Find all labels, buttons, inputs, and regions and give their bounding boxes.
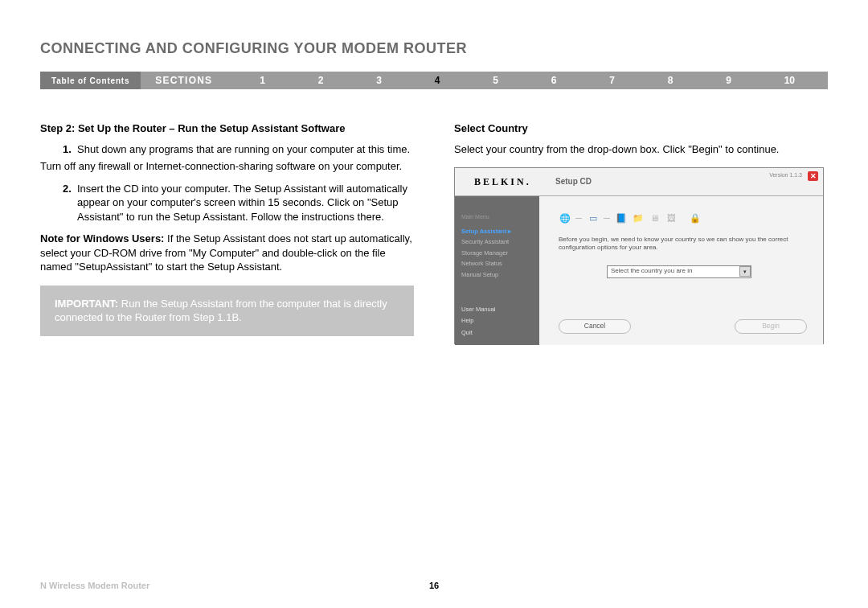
belkin-logo: BELKIN. [455,175,555,188]
sidebar-item-quit[interactable]: Quit [461,327,533,339]
step2-heading: Step 2: Set Up the Router – Run the Setu… [40,121,414,136]
sidebar-item-storage-manager[interactable]: Storage Manager [461,248,533,259]
version-label: Version 1.1.3 [769,171,802,179]
folder-icon: 📁 [632,212,644,224]
router-icon: ▭ [587,212,599,224]
step-1-number: 1. [63,142,77,157]
page-number: 16 [429,581,439,590]
sidebar-item-network-status[interactable]: Network Status [461,258,533,269]
sidebar-mainmenu-label: Main Menu [461,212,533,223]
setup-sidebar: Main Menu Setup Assistant ▸ Security Ass… [455,196,539,345]
dash-icon [604,218,610,219]
chevron-down-icon[interactable]: ▾ [739,266,751,277]
important-label: IMPORTANT: [55,298,118,310]
windows-note-label: Note for Windows Users: [40,232,164,244]
page-footer: N Wireless Modem Router 16 [40,581,828,590]
nav-section-5[interactable]: 5 [493,75,498,86]
begin-button[interactable]: Begin [735,319,807,334]
nav-section-4[interactable]: 4 [435,75,440,86]
monitor-icon: 🖥 [649,212,661,224]
footer-product-name: N Wireless Modem Router [40,581,149,590]
setup-cd-title: Setup CD [555,176,592,187]
nav-toc-link[interactable]: Table of Contents [40,72,141,89]
progress-icons: 🌐 ▭ 📘 📁 🖥 🖼 🔒 [559,212,807,224]
page-title: CONNECTING AND CONFIGURING YOUR MODEM RO… [40,40,828,57]
nav-section-8[interactable]: 8 [668,75,674,86]
close-icon[interactable]: ✕ [808,171,818,181]
nav-section-7[interactable]: 7 [609,75,615,86]
setup-message: Before you begin, we need to know your c… [559,236,800,253]
globe-icon: 🌐 [559,212,571,224]
nav-section-1[interactable]: 1 [260,75,265,86]
setup-main-panel: 🌐 ▭ 📘 📁 🖥 🖼 🔒 Before you begin, we need … [539,196,823,345]
sidebar-item-user-manual[interactable]: User Manual [461,304,533,315]
sidebar-item-setup-assistant[interactable]: Setup Assistant ▸ [461,226,533,237]
important-box: IMPORTANT: Run the Setup Assistant from … [40,286,414,336]
nav-section-9[interactable]: 9 [726,75,731,86]
cancel-button[interactable]: Cancel [559,319,631,334]
picture-icon: 🖼 [665,212,678,224]
nav-section-numbers: 1 2 3 4 5 6 7 8 9 10 [227,72,828,89]
select-country-heading: Select Country [454,121,828,136]
country-select-placeholder: Select the country you are in [611,267,692,276]
right-column: Select Country Select your country from … [454,121,828,344]
step-2-text: Insert the CD into your computer. The Se… [77,182,414,224]
lock-icon: 🔒 [689,212,701,224]
firewall-note: Turn off any firewall or Internet-connec… [40,159,414,174]
book-icon: 📘 [615,212,627,224]
setup-cd-screenshot: BELKIN. Setup CD Version 1.1.3 ✕ Main Me… [454,167,824,344]
nav-section-2[interactable]: 2 [318,75,324,86]
step-2-number: 2. [63,182,77,224]
nav-sections-label: SECTIONS [141,72,227,89]
nav-section-6[interactable]: 6 [551,75,557,86]
dash-icon [575,218,582,219]
nav-section-3[interactable]: 3 [376,75,382,86]
step-1-text: Shut down any programs that are running … [77,142,410,157]
sidebar-item-help[interactable]: Help [461,315,533,327]
select-country-text: Select your country from the drop-down b… [454,142,828,157]
section-nav: Table of Contents SECTIONS 1 2 3 4 5 6 7… [40,72,828,89]
sidebar-item-security-assistant[interactable]: Security Assistant [461,236,533,248]
nav-section-10[interactable]: 10 [784,75,795,86]
sidebar-item-manual-setup[interactable]: Manual Setup [461,269,533,281]
country-select[interactable]: Select the country you are in ▾ [607,265,751,278]
left-column: Step 2: Set Up the Router – Run the Setu… [40,121,414,344]
windows-note: Note for Windows Users: If the Setup Ass… [40,232,414,274]
